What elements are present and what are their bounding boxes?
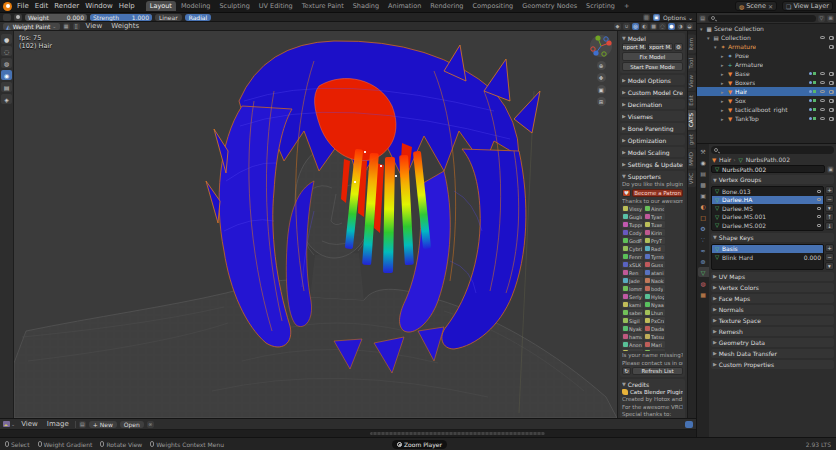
supporter-chip[interactable]: GodFre bbox=[622, 237, 643, 244]
properties-tab[interactable] bbox=[698, 245, 709, 255]
recorder-pill[interactable]: Zoom Player bbox=[392, 440, 447, 449]
workspace-tab[interactable]: Compositing bbox=[468, 1, 517, 11]
outliner-row[interactable]: ▸ TankTop bbox=[697, 114, 836, 123]
expand-caret[interactable]: ▸ bbox=[721, 107, 725, 113]
shape-key-row[interactable]: Blink Hard 0.000 bbox=[712, 253, 823, 262]
link-icon[interactable]: ∞ bbox=[147, 421, 154, 428]
outliner-type-icon[interactable]: ▤ bbox=[699, 15, 706, 22]
sidebar-tab[interactable]: Edit bbox=[688, 92, 696, 109]
cats-panel-header[interactable]: ▶Model Scaling bbox=[622, 148, 683, 156]
weight-slider[interactable]: Weight0.000 bbox=[25, 14, 87, 21]
options-dropdown[interactable]: Options ⌄ bbox=[663, 14, 693, 21]
disable-render-icon[interactable] bbox=[829, 90, 834, 94]
filter-icon[interactable]: ▽ bbox=[818, 15, 825, 22]
data-panel-header[interactable]: ▶Custom Properties bbox=[711, 360, 834, 369]
vertex-group-row[interactable]: Darlee.MS.001 bbox=[712, 213, 823, 222]
supporter-chip[interactable]: PryT bbox=[644, 237, 665, 244]
data-panel-header[interactable]: ▶Remesh bbox=[711, 327, 834, 336]
menu-item[interactable]: File bbox=[14, 1, 32, 11]
supporter-chip[interactable]: Sigil bbox=[622, 317, 643, 324]
hide-eye-icon[interactable] bbox=[820, 72, 825, 76]
disable-render-icon[interactable] bbox=[829, 72, 834, 76]
outliner-row[interactable]: ▸ Base bbox=[697, 69, 836, 78]
supporter-chip[interactable]: Lhun bbox=[644, 309, 665, 316]
outliner-search-input[interactable] bbox=[708, 15, 816, 22]
editor-type-dropdown[interactable]: ⌄ bbox=[3, 421, 15, 427]
supporter-chip[interactable]: Kirin bbox=[644, 229, 665, 236]
disable-render-icon[interactable] bbox=[829, 99, 834, 103]
workspace-tab[interactable]: Geometry Nodes bbox=[518, 1, 581, 11]
properties-tab[interactable] bbox=[698, 201, 709, 211]
expand-caret[interactable]: ▾ bbox=[714, 44, 718, 50]
shading-wireframe-icon[interactable]: ◌ bbox=[659, 23, 666, 30]
data-panel-header[interactable]: ▶Normals bbox=[711, 305, 834, 314]
expand-caret[interactable]: ▾ bbox=[707, 35, 711, 41]
supporter-chip[interactable]: Tupper bbox=[622, 221, 643, 228]
properties-search-input[interactable] bbox=[711, 146, 834, 154]
toolbar-tool-button[interactable]: ◍ bbox=[1, 58, 12, 68]
properties-tab[interactable] bbox=[698, 234, 709, 244]
toolbar-tool-button[interactable]: ◈ bbox=[1, 94, 12, 104]
strength-slider[interactable]: Strength1.000 bbox=[90, 14, 152, 21]
viewport-canvas[interactable]: fps: 75 (102) Hair ⊕ ✥ ▣ ⊞ bbox=[14, 31, 617, 418]
vertex-group-row[interactable]: Bone.013 bbox=[712, 187, 823, 196]
supporter-chip[interactable]: CybrL bbox=[622, 245, 643, 252]
properties-tab[interactable] bbox=[698, 278, 709, 288]
open-image-button[interactable]: Open bbox=[120, 421, 144, 428]
vertex-group-row[interactable]: Darlee.HA bbox=[712, 196, 823, 205]
properties-tab[interactable] bbox=[698, 168, 709, 178]
supporter-chip[interactable]: Nyaa bbox=[644, 301, 665, 308]
menu-item[interactable]: Render bbox=[51, 1, 82, 11]
outliner-row[interactable]: ▸ Armature bbox=[697, 60, 836, 69]
outliner-row[interactable]: ▸ Boxers bbox=[697, 78, 836, 87]
properties-tab[interactable] bbox=[698, 179, 709, 189]
hide-eye-icon[interactable] bbox=[820, 108, 825, 112]
properties-tab[interactable] bbox=[698, 190, 709, 200]
disable-render-icon[interactable] bbox=[829, 36, 834, 40]
data-panel-header[interactable]: ▶Texture Space bbox=[711, 316, 834, 325]
credits-panel-header[interactable]: ▼Credits bbox=[622, 380, 683, 388]
supporter-chip[interactable]: Tatsu bbox=[644, 333, 665, 340]
import-model-button[interactable]: Import M... bbox=[622, 43, 647, 51]
mesh-data-name-field[interactable]: NurbsPath.002 bbox=[711, 165, 825, 173]
supporter-chip[interactable]: Rad bbox=[644, 245, 665, 252]
supporter-chip[interactable]: Fenrr bbox=[622, 253, 643, 260]
start-pose-mode-button[interactable]: Start Pose Mode bbox=[622, 62, 683, 71]
workspace-tab[interactable]: Shading bbox=[349, 1, 383, 11]
supporter-chip[interactable]: Naoki bbox=[644, 277, 665, 284]
data-panel-header[interactable]: ▶Vertex Colors bbox=[711, 283, 834, 292]
workspace-tab[interactable]: UV Editing bbox=[255, 1, 297, 11]
mode-dropdown[interactable]: ◭ Weight Paint⌄ bbox=[3, 23, 60, 30]
workspace-tab[interactable]: Rendering bbox=[426, 1, 467, 11]
supporter-chip[interactable]: Serly bbox=[622, 293, 643, 300]
supporter-chip[interactable]: Ren bbox=[622, 269, 643, 276]
expand-caret[interactable]: ▸ bbox=[721, 80, 725, 86]
hide-eye-icon[interactable] bbox=[820, 36, 825, 40]
toolbar-tool-button[interactable]: ◌ bbox=[1, 46, 12, 56]
vertex-group-specials-button[interactable]: ▾ bbox=[825, 204, 834, 212]
cats-panel-header[interactable]: ▶Decimation bbox=[622, 100, 683, 108]
workspace-tab[interactable]: + bbox=[620, 1, 633, 11]
sidebar-tab[interactable]: MMD bbox=[688, 149, 696, 169]
workspace-tab[interactable]: Layout bbox=[146, 1, 176, 11]
disable-render-icon[interactable] bbox=[829, 45, 834, 49]
shading-rendered-icon[interactable]: ◒ bbox=[686, 23, 693, 30]
fix-model-button[interactable]: Fix Model bbox=[622, 52, 683, 61]
toolbar-tool-button[interactable]: ▤ bbox=[1, 82, 12, 92]
supporter-chip[interactable]: Hylog bbox=[644, 293, 665, 300]
mask-icon[interactable]: ▥ bbox=[643, 14, 650, 21]
workspace-tab[interactable]: Animation bbox=[384, 1, 425, 11]
fake-user-icon[interactable]: ▣ bbox=[827, 166, 834, 173]
sidebar-tab[interactable]: View bbox=[688, 72, 696, 91]
shape-keys-header[interactable]: ▼Shape Keys bbox=[711, 233, 834, 242]
supporter-chip[interactable]: hamu bbox=[622, 333, 643, 340]
lock-icon[interactable] bbox=[817, 215, 821, 218]
data-panel-header[interactable]: ▶Face Maps bbox=[711, 294, 834, 303]
move-view-icon[interactable]: ✥ bbox=[597, 73, 606, 82]
image-menu-item[interactable]: View bbox=[18, 419, 41, 429]
cats-panel-header[interactable]: ▶Model Options bbox=[622, 76, 683, 84]
outliner-row[interactable]: ▸ Hair bbox=[697, 87, 836, 96]
brush-icon[interactable] bbox=[14, 14, 22, 21]
export-model-button[interactable]: Export M... bbox=[648, 43, 673, 51]
properties-tab[interactable] bbox=[698, 289, 709, 299]
